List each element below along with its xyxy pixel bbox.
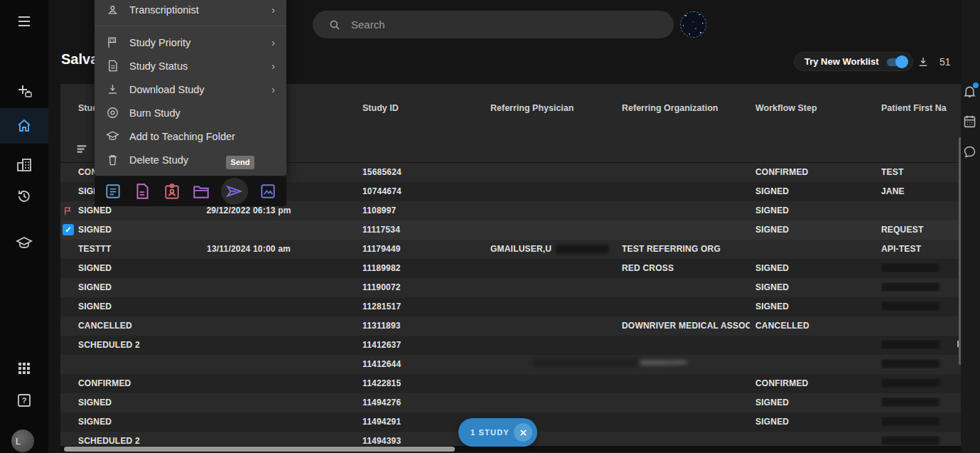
cell-study-status: TESTTT (78, 244, 112, 254)
cell-workflow-step: SIGNED (755, 263, 789, 273)
cell-study-status: SIGNED (78, 417, 112, 427)
menu-item-label: Download Study (129, 84, 271, 95)
chevron-right-icon: › (271, 37, 275, 48)
patient-card-icon[interactable] (162, 182, 181, 201)
table-row[interactable]: ✓ CANCELLED 11311893 DOWNRIVER MEDICAL A… (60, 316, 963, 336)
chevron-right-icon: › (271, 4, 275, 16)
redacted-text (881, 436, 939, 445)
redacted-text (881, 302, 939, 311)
chevron-right-icon: › (271, 60, 275, 72)
report-icon[interactable] (103, 182, 122, 201)
hamburger-menu-icon[interactable] (0, 6, 48, 37)
toggle-switch[interactable] (885, 57, 908, 67)
row-checkbox-checked[interactable]: ✓ (63, 224, 74, 235)
send-tooltip: Send (226, 156, 254, 169)
menu-item-study-status[interactable]: Study Status › (95, 54, 286, 78)
col-study-id[interactable]: Study ID (362, 103, 399, 113)
search-bar[interactable] (313, 11, 674, 38)
right-sidebar (961, 0, 980, 453)
add-study-icon[interactable] (0, 75, 48, 107)
table-row[interactable]: ✓ TESTTT 13/11/2024 10:00 am 11179449 GM… (60, 240, 963, 259)
cell-patient-first-name (881, 378, 959, 388)
cell-workflow-step: SIGNED (755, 398, 789, 407)
transcriptionist-icon (106, 3, 119, 16)
cell-patient-first-name: API-TEST (881, 244, 959, 254)
close-icon[interactable] (514, 423, 532, 442)
sidebar-item-teaching-folder[interactable] (0, 228, 48, 259)
selection-pill[interactable]: 1 STUDY (458, 418, 537, 447)
cell-study-status: SIGNED (78, 263, 112, 273)
cell-study-status: CANCELLED (78, 321, 132, 331)
col-referring-physician[interactable]: Referring Physician (490, 103, 574, 113)
burn-disc-icon (106, 106, 119, 119)
table-row[interactable]: ✓ SIGNED 11281517 SIGNED (60, 297, 963, 316)
priority-flag-icon (106, 36, 119, 49)
notification-dot (973, 82, 979, 88)
table-row[interactable]: ✓ CONFIRMED 11422815 CONFIRMED (60, 374, 963, 393)
table-row[interactable]: ✓ 11412644 (60, 355, 963, 374)
teaching-cap-icon (106, 129, 119, 143)
study-context-menu: Transcriptionist › Study Priority › Stud… (95, 0, 286, 176)
help-icon[interactable]: ? (0, 385, 48, 416)
cell-study-id: 11179449 (362, 244, 401, 254)
cell-study-status: SIGNED (78, 206, 112, 215)
cell-study-date: 29/12/2022 06:13 pm (192, 206, 306, 215)
cell-study-id: 11117534 (362, 225, 400, 235)
menu-item-delete-study[interactable]: Delete Study (95, 148, 286, 171)
cell-workflow-step: SIGNED (755, 225, 789, 235)
menu-item-burn-study[interactable]: Burn Study (95, 101, 286, 124)
col-referring-organization[interactable]: Referring Organization (622, 103, 718, 113)
cell-patient-first-name (881, 436, 959, 445)
try-new-worklist-toggle[interactable]: Try New Worklist (794, 52, 913, 71)
user-avatar-bottom[interactable]: L (11, 430, 34, 452)
table-row[interactable]: ✓ SIGNED 11190072 SIGNED (60, 278, 963, 297)
sidebar-item-home[interactable] (0, 110, 48, 142)
search-icon (328, 18, 341, 31)
folder-icon[interactable] (192, 182, 211, 201)
cell-patient-first-name (881, 263, 959, 272)
calendar-icon[interactable] (962, 114, 979, 130)
cell-patient-first-name (881, 282, 959, 292)
sidebar-item-organizations[interactable] (0, 149, 48, 181)
table-row[interactable]: ✓ SIGNED 11117534 SIGNED REQUEST (60, 220, 963, 240)
notifications-bell-icon[interactable] (962, 84, 979, 100)
cell-study-status: SCHEDULED 2 (78, 340, 140, 350)
table-row[interactable]: ✓ SIGNED 11189982 RED CROSS SIGNED (60, 259, 963, 278)
document-icon[interactable] (133, 182, 152, 201)
chat-icon[interactable] (962, 144, 979, 161)
left-sidebar: ? L (0, 0, 48, 453)
col-patient-first-name[interactable]: Patient First Na (881, 103, 947, 113)
cell-study-id: 11422815 (362, 378, 401, 388)
send-icon[interactable] (221, 178, 248, 205)
user-avatar-top[interactable] (680, 11, 706, 38)
menu-item-transcriptionist[interactable]: Transcriptionist › (95, 0, 286, 21)
filter-sort-icon[interactable] (74, 142, 90, 156)
download-worklist-icon[interactable] (917, 55, 930, 68)
image-icon[interactable] (259, 182, 278, 201)
sidebar-item-history[interactable] (0, 181, 48, 212)
menu-item-label: Study Priority (129, 37, 271, 48)
horizontal-scrollbar-thumb[interactable] (64, 447, 455, 452)
page-title: Salva (61, 51, 98, 68)
menu-item-label: Burn Study (129, 107, 275, 119)
col-workflow-step[interactable]: Workflow Step (755, 103, 817, 113)
cell-study-id: 10744674 (362, 186, 402, 196)
menu-item-study-priority[interactable]: Study Priority › (95, 31, 286, 54)
cell-workflow-step: SIGNED (755, 206, 789, 215)
cell-study-status: SIGNED (78, 282, 112, 292)
menu-item-add-to-teaching-folder[interactable]: Add to Teaching Folder (95, 124, 286, 148)
redacted-text (881, 378, 939, 388)
apps-grid-icon[interactable] (0, 353, 48, 384)
cell-study-id: 11494291 (362, 417, 401, 427)
search-input[interactable] (351, 18, 635, 31)
table-row[interactable]: ✓ SCHEDULED 2 11412637 (60, 336, 963, 355)
cell-study-id: 11281517 (362, 302, 401, 311)
cell-referring-physician: GMAILUSER,U (490, 244, 609, 254)
table-row[interactable]: ✓ SIGNED 11494276 SIGNED (60, 393, 963, 412)
cell-study-id: 11494276 (362, 398, 401, 407)
cell-referring-organization: RED CROSS (622, 263, 674, 273)
status-document-icon (106, 59, 119, 73)
cell-study-status: SIGNED (78, 225, 112, 235)
cell-study-id: 11311893 (362, 321, 401, 331)
menu-item-download-study[interactable]: Download Study › (95, 78, 286, 101)
